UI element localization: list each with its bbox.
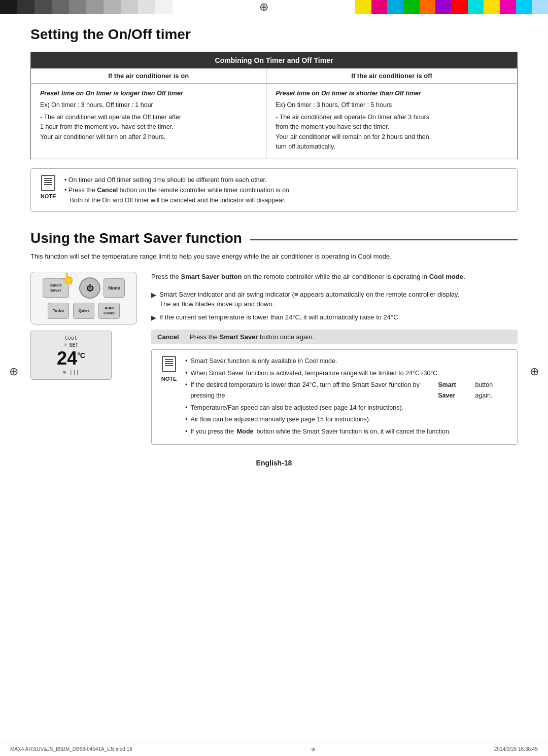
btn-auto-clean[interactable]: Auto Clean: [98, 303, 120, 319]
note2-item-5: Air flow can be adjusted manually (see p…: [185, 414, 509, 425]
btn-power[interactable]: ⏻: [79, 277, 100, 299]
note2-item-4: Temperature/Fan speed can also be adjust…: [185, 403, 509, 413]
compass-icon-left: ⊕: [9, 365, 18, 378]
arrow-icon-2: ▶: [151, 313, 156, 323]
note-bullet-1: • On timer and Off timer setting time sh…: [64, 175, 291, 185]
remote-box-1: Smart Saver 👆 ⏻ Mode: [30, 272, 137, 325]
col1-detail: - The air conditioner will operate the O…: [40, 113, 257, 142]
btn-turbo[interactable]: Turbo: [48, 303, 69, 319]
section2-title-line: Using the Smart Saver function: [30, 230, 518, 246]
quiet-label: Quiet: [79, 308, 89, 313]
footer-bar: MAX4 AR30JV&JS_IB&IM_DB68-04541A_EN.indd…: [0, 742, 548, 756]
display-box: Cool ☼ SET 24°C ❋ |||: [30, 331, 112, 380]
top-color-bars: ⊕: [0, 0, 548, 14]
table-subheader-col1: If the air conditioner is on: [31, 68, 266, 84]
footer-compass: ⊕: [311, 746, 315, 752]
press-instruction: Press the Smart Saver button on the remo…: [151, 272, 518, 282]
smart-saver-label2: Saver: [50, 288, 61, 293]
right-color-strip: [355, 0, 548, 14]
compass-icon-top: ⊕: [259, 1, 268, 14]
note-label-2: NOTE: [161, 374, 177, 383]
smart-saver-section: Using the Smart Saver function This func…: [30, 230, 518, 467]
remotes-col: Smart Saver 👆 ⏻ Mode: [30, 272, 137, 380]
footer-left: MAX4 AR30JV&JS_IB&IM_DB68-04541A_EN.indd…: [10, 746, 132, 752]
mode-label: Mode: [108, 285, 120, 291]
section2-title: Using the Smart Saver function: [30, 230, 242, 246]
col2-example: Ex) On timer : 3 hours, Off timer : 5 ho…: [276, 100, 508, 110]
table-content-row: Preset time on On timer is longer than O…: [31, 84, 518, 159]
note2-item-6: If you press the Mode button while the S…: [185, 426, 509, 437]
bullet-text-2: If the current set temperature is lower …: [159, 312, 400, 322]
arrow-icon-1: ▶: [151, 290, 156, 300]
turbo-label: Turbo: [53, 308, 64, 313]
note-bullet-2: • Press the Cancel button on the remote …: [64, 185, 291, 205]
display-bottom-row: ❋ |||: [63, 369, 80, 375]
note-doc-icon-2: [162, 356, 176, 372]
bullet-item-1: ▶ Smart Saver indicator and air swing in…: [151, 290, 518, 309]
note-doc-icon-1: [41, 175, 55, 191]
cancel-text: Press the Smart Saver button once again.: [190, 333, 314, 341]
col2-preset-title: Preset time on On timer is shorter than …: [276, 89, 508, 98]
bullet-text-1: Smart Saver indicator and air swing indi…: [159, 290, 459, 309]
note-box-1: NOTE • On timer and Off timer setting ti…: [30, 168, 518, 212]
cancel-row: Cancel Press the Smart Saver button once…: [151, 330, 518, 344]
page-number: English-18: [30, 459, 518, 467]
auto-label: Auto: [105, 306, 114, 311]
note2-item-2: When Smart Saver function is activated, …: [185, 368, 509, 379]
col1-preset-title: Preset time on On timer is longer than O…: [40, 89, 257, 98]
table-header-row: Combining On Timer and Off Timer: [31, 52, 518, 69]
note-icon-wrap-2: NOTE: [158, 356, 180, 383]
table-col1-content: Preset time on On timer is longer than O…: [31, 84, 266, 159]
smart-saver-right: Press the Smart Saver button on the remo…: [151, 272, 518, 445]
note-content-1: • On timer and Off timer setting time sh…: [64, 175, 291, 205]
power-icon: ⏻: [86, 284, 93, 292]
section1-title: Setting the On/Off timer: [30, 26, 518, 43]
cancel-label: Cancel: [157, 333, 185, 341]
note-list-2: Smart Saver function is only available i…: [185, 356, 509, 438]
finger-touch-icon: 👆: [61, 272, 75, 285]
fan-bars: |||: [69, 369, 79, 375]
note2-item-1: Smart Saver function is only available i…: [185, 356, 509, 367]
temp-value: 24: [57, 348, 77, 369]
timer-table: Combining On Timer and Off Timer If the …: [30, 52, 518, 159]
table-subheader-col2: If the air conditioner is off: [266, 68, 518, 84]
smart-saver-label: Smart: [50, 283, 62, 288]
note-icon-wrap-1: NOTE: [37, 175, 59, 199]
bullet-item-2: ▶ If the current set temperature is lowe…: [151, 312, 518, 323]
clean-label: Clean: [104, 311, 115, 316]
table-col2-content: Preset time on On timer is shorter than …: [266, 84, 518, 159]
col1-example: Ex) On timer : 3 hours, Off timer : 1 ho…: [40, 100, 257, 110]
table-subheader-row: If the air conditioner is on If the air …: [31, 68, 518, 84]
set-label-display: SET: [69, 342, 78, 348]
table-header-cell: Combining On Timer and Off Timer: [31, 52, 518, 69]
display-cool-label: Cool: [65, 335, 77, 341]
fan-icon: ❋: [63, 369, 66, 375]
left-color-strip: [0, 0, 173, 14]
note-box-2: NOTE Smart Saver function is only availa…: [151, 349, 518, 445]
top-center-compass: ⊕: [173, 0, 355, 14]
section2-hrule: [250, 239, 518, 240]
remote-top: Smart Saver 👆 ⏻ Mode: [43, 277, 125, 299]
btn-quiet[interactable]: Quiet: [73, 303, 94, 319]
smart-saver-body: Smart Saver 👆 ⏻ Mode: [30, 272, 518, 445]
col2-detail: - The air conditioner will operate On ti…: [276, 113, 508, 152]
remote-bottom: Turbo Quiet Auto Clean: [48, 303, 120, 319]
note2-item-3: If the desired temperature is lower than…: [185, 380, 509, 401]
temp-unit: °C: [77, 351, 85, 359]
compass-icon-right: ⊕: [530, 365, 539, 378]
btn-mode[interactable]: Mode: [104, 278, 125, 298]
bullet-list: ▶ Smart Saver indicator and air swing in…: [151, 290, 518, 323]
main-content: Setting the On/Off timer Combining On Ti…: [0, 14, 548, 502]
note-label-1: NOTE: [41, 193, 56, 199]
footer-right: 2014/9/26 16:38:45: [494, 746, 538, 752]
smart-saver-intro: This function will set the temperature r…: [30, 251, 518, 262]
display-temp: 24°C: [57, 349, 85, 368]
